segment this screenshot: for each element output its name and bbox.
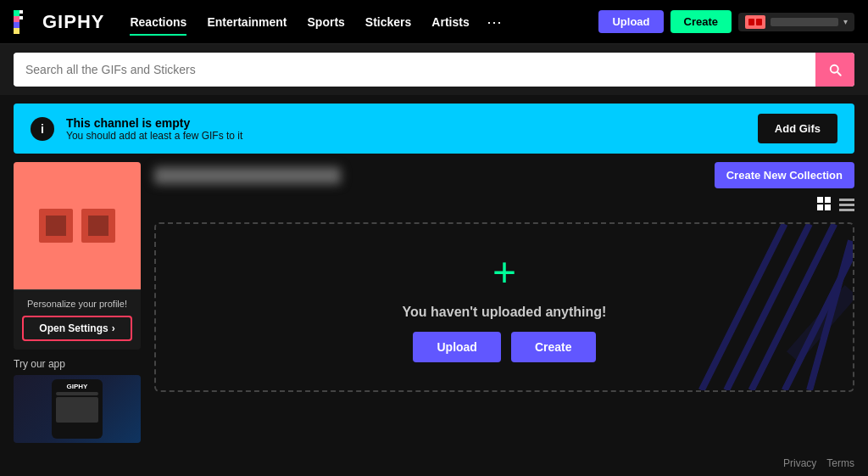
open-settings-arrow: › <box>112 322 115 334</box>
upload-button[interactable]: Upload <box>598 10 663 33</box>
svg-rect-9 <box>817 197 823 203</box>
svg-rect-7 <box>748 19 754 25</box>
upload-drop-area: + You haven't uploaded anything! Upload … <box>154 222 854 392</box>
list-icon <box>839 197 854 212</box>
terms-link[interactable]: Terms <box>826 457 854 469</box>
svg-line-19 <box>785 224 853 390</box>
try-app-card: Try our app GIPHY <box>14 358 141 443</box>
profile-card: Personalize your profile! Open Settings … <box>14 162 141 350</box>
pixel-block-left <box>39 209 73 243</box>
nav-reactions[interactable]: Reactions <box>121 12 195 32</box>
svg-line-16 <box>702 224 785 390</box>
svg-rect-8 <box>756 19 762 25</box>
header: GIPHY Reactions Entertainment Sports Sti… <box>0 0 868 44</box>
logo-area: GIPHY <box>14 10 104 34</box>
personalize-text: Personalize your profile! <box>22 299 132 309</box>
svg-line-18 <box>751 224 834 390</box>
nav-stickers[interactable]: Stickers <box>357 12 420 32</box>
upload-content-button[interactable]: Upload <box>413 332 500 362</box>
nav-sports[interactable]: Sports <box>299 12 353 32</box>
decorative-lines <box>683 224 853 390</box>
search-bar <box>0 44 868 95</box>
profile-image <box>14 162 141 289</box>
avatar-icon <box>745 15 765 29</box>
svg-rect-13 <box>839 199 854 201</box>
logo-text: GIPHY <box>42 11 104 33</box>
svg-rect-3 <box>14 28 19 34</box>
plus-icon: + <box>492 252 516 293</box>
svg-line-17 <box>726 224 810 390</box>
banner-title: This channel is empty <box>66 116 746 130</box>
app-preview: GIPHY <box>14 375 141 443</box>
app-preview-logo: GIPHY <box>67 383 88 390</box>
svg-rect-4 <box>19 10 23 14</box>
search-input-wrapper <box>14 53 854 87</box>
info-icon: i <box>31 117 54 141</box>
svg-line-21 <box>793 290 851 356</box>
svg-rect-15 <box>839 209 854 211</box>
nav-links: Reactions Entertainment Sports Stickers … <box>121 9 506 35</box>
try-app-label: Try our app <box>14 358 141 370</box>
right-top: Create New Collection <box>154 162 854 188</box>
search-button[interactable] <box>815 53 854 87</box>
app-preview-content <box>56 397 98 423</box>
nav-artists[interactable]: Artists <box>423 12 477 32</box>
banner-text: This channel is empty You should add at … <box>66 116 746 142</box>
upload-actions: Upload Create <box>413 332 595 362</box>
search-icon <box>827 62 843 77</box>
upload-message: You haven't uploaded anything! <box>403 305 607 320</box>
app-preview-bar <box>56 392 98 395</box>
avatar-area[interactable]: ▾ <box>738 13 854 31</box>
open-settings-label: Open Settings <box>39 322 108 334</box>
channel-name-blurred <box>154 167 341 184</box>
banner-subtitle: You should add at least a few GIFs to it <box>66 130 746 142</box>
left-sidebar: Personalize your profile! Open Settings … <box>14 162 141 443</box>
chevron-down-icon: ▾ <box>843 17 848 26</box>
svg-rect-11 <box>817 204 823 210</box>
create-collection-button[interactable]: Create New Collection <box>715 162 854 188</box>
create-button[interactable]: Create <box>670 10 732 33</box>
list-view-button[interactable] <box>839 197 854 216</box>
privacy-link[interactable]: Privacy <box>783 457 816 469</box>
svg-line-20 <box>810 241 851 390</box>
open-settings-button[interactable]: Open Settings › <box>22 316 132 341</box>
pixel-block-right <box>81 209 115 243</box>
add-gifs-button[interactable]: Add Gifs <box>758 114 837 143</box>
svg-rect-5 <box>19 16 23 20</box>
more-nav-icon[interactable]: ⋯ <box>481 9 507 35</box>
view-controls <box>154 197 854 216</box>
main-content: Personalize your profile! Open Settings … <box>0 162 868 443</box>
svg-rect-1 <box>14 16 19 22</box>
grid-view-button[interactable] <box>817 197 832 216</box>
app-preview-inner: GIPHY <box>52 379 103 439</box>
avatar-name <box>771 18 838 26</box>
svg-rect-12 <box>825 204 831 210</box>
search-input[interactable] <box>14 54 815 85</box>
grid-icon <box>817 197 832 212</box>
empty-channel-banner: i This channel is empty You should add a… <box>14 104 854 154</box>
svg-rect-14 <box>839 204 854 206</box>
right-content: Create New Collection <box>154 162 854 443</box>
svg-rect-2 <box>14 22 19 28</box>
giphy-logo-icon <box>14 10 37 34</box>
svg-rect-0 <box>14 10 19 16</box>
footer: Privacy Terms <box>783 457 854 469</box>
nav-entertainment[interactable]: Entertainment <box>198 12 295 32</box>
svg-rect-10 <box>825 197 831 203</box>
create-content-button[interactable]: Create <box>511 332 596 362</box>
header-right: Upload Create ▾ <box>598 10 854 33</box>
personalize-section: Personalize your profile! Open Settings … <box>14 289 141 350</box>
